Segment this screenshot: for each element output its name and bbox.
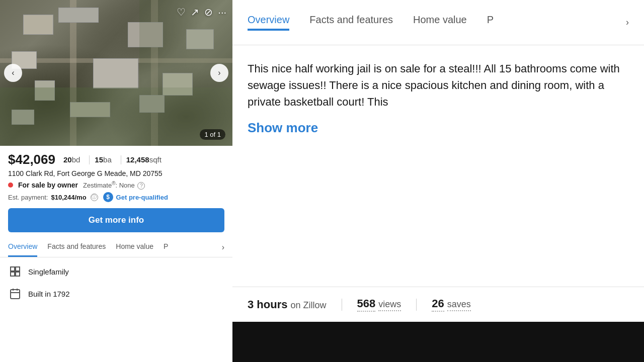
zestimate-info-icon[interactable]: ?: [137, 182, 145, 190]
svg-rect-4: [11, 290, 20, 299]
calendar-icon: [8, 287, 22, 301]
tab-more-bottom[interactable]: P: [164, 237, 168, 257]
views-label: views: [378, 299, 401, 311]
for-sale-dot: [8, 183, 13, 188]
views-value: 568: [357, 297, 376, 312]
stat-divider-2: [416, 299, 417, 311]
tab-facts-bottom[interactable]: Facts and features: [47, 237, 106, 257]
hide-button[interactable]: ⊘: [204, 6, 213, 18]
stat-views: 568 views: [357, 297, 401, 312]
tab-overview-top[interactable]: Overview: [248, 14, 289, 31]
aerial-image: [0, 0, 232, 146]
saves-value: 26: [432, 297, 444, 312]
description-text: This nice half working jail is on sale f…: [248, 60, 629, 110]
sqft-label: sqft: [149, 155, 162, 164]
address: 1100 Clark Rd, Fort George G Meade, MD 2…: [8, 169, 224, 177]
beds-baths-sqft: 20 bd 15 ba 12,458 sqft: [63, 155, 166, 164]
stat-saves: 26 saves: [432, 297, 471, 312]
divider: [89, 155, 90, 164]
feature-singlefamily-label: Singlefamily: [28, 267, 69, 276]
share-button[interactable]: ↗: [191, 6, 199, 18]
image-actions: ♡ ↗ ⊘ ···: [177, 6, 226, 18]
bottom-tabs: Overview Facts and features Home value P…: [0, 237, 232, 257]
property-image-container: ‹ › ♡ ↗ ⊘ ··· 1 of 1: [0, 0, 232, 146]
feature-singlefamily: Singlefamily: [8, 264, 224, 279]
feature-built-label: Built in 1792: [28, 290, 70, 298]
next-image-button[interactable]: ›: [210, 64, 228, 82]
baths-value: 15: [95, 155, 103, 164]
payment-info-icon[interactable]: ⓘ: [91, 194, 98, 201]
hours-value: 3 hours: [248, 298, 287, 311]
tab-home-value-bottom[interactable]: Home value: [116, 237, 153, 257]
bottom-tabs-arrow[interactable]: ›: [222, 243, 224, 252]
more-button[interactable]: ···: [218, 6, 226, 18]
svg-rect-2: [11, 272, 15, 276]
est-payment-row: Est. payment: $10,244/mo ⓘ $ Get pre-qua…: [8, 192, 224, 202]
stats-bar: 3 hours on Zillow 568 views 26 saves: [232, 287, 644, 322]
hours-label: on Zillow: [290, 300, 326, 311]
svg-rect-1: [16, 267, 20, 271]
dollar-icon: $: [103, 192, 113, 202]
est-payment-label: Est. payment:: [8, 194, 48, 201]
top-tabs: Overview Facts and features Home value P…: [232, 0, 644, 45]
stat-divider-1: [342, 299, 342, 311]
prev-image-button[interactable]: ‹: [4, 64, 22, 82]
stat-hours: 3 hours on Zillow: [248, 298, 327, 311]
price: $42,069: [8, 152, 55, 167]
beds-value: 20: [63, 155, 72, 164]
est-payment-val: $10,244/mo: [51, 194, 86, 201]
svg-rect-3: [16, 272, 20, 276]
tab-overview-bottom[interactable]: Overview: [8, 237, 37, 257]
get-more-info-button[interactable]: Get more info: [8, 208, 224, 232]
sale-row: For sale by owner Zestimate®: None ?: [8, 180, 224, 190]
baths-label: ba: [103, 155, 112, 164]
zestimate: Zestimate®: None ?: [83, 180, 145, 190]
grid-icon: [8, 264, 22, 279]
prev-arrow-icon: ‹: [12, 68, 14, 77]
prequalified-link[interactable]: Get pre-qualified: [116, 194, 168, 201]
right-panel: Overview Facts and features Home value P…: [232, 0, 644, 362]
next-arrow-icon: ›: [218, 68, 220, 77]
for-sale-label: For sale by owner: [18, 181, 78, 189]
divider: [121, 155, 121, 164]
favorite-button[interactable]: ♡: [177, 6, 186, 18]
feature-built: Built in 1792: [8, 287, 224, 301]
svg-rect-0: [11, 267, 15, 271]
tab-more-top[interactable]: P: [487, 14, 494, 31]
black-bottom-bar: [232, 322, 644, 362]
features-list: Singlefamily Built in 1792: [0, 257, 232, 309]
sqft-value: 12,458: [126, 155, 149, 164]
description-area: This nice half working jail is on sale f…: [232, 45, 644, 146]
image-counter: 1 of 1: [200, 129, 225, 140]
tab-facts-top[interactable]: Facts and features: [309, 14, 393, 31]
left-panel: ‹ › ♡ ↗ ⊘ ··· 1 of 1 $42,069 20 bd 15 ba: [0, 0, 232, 362]
show-more-button[interactable]: Show more: [248, 120, 629, 136]
top-tabs-next-arrow[interactable]: ›: [626, 17, 629, 28]
price-row: $42,069 20 bd 15 ba 12,458 sqft: [8, 152, 224, 167]
property-info: $42,069 20 bd 15 ba 12,458 sqft 1100 Cla…: [0, 146, 232, 232]
beds-label: bd: [72, 155, 80, 164]
tab-home-value-top[interactable]: Home value: [413, 14, 467, 31]
saves-label: saves: [447, 299, 471, 311]
